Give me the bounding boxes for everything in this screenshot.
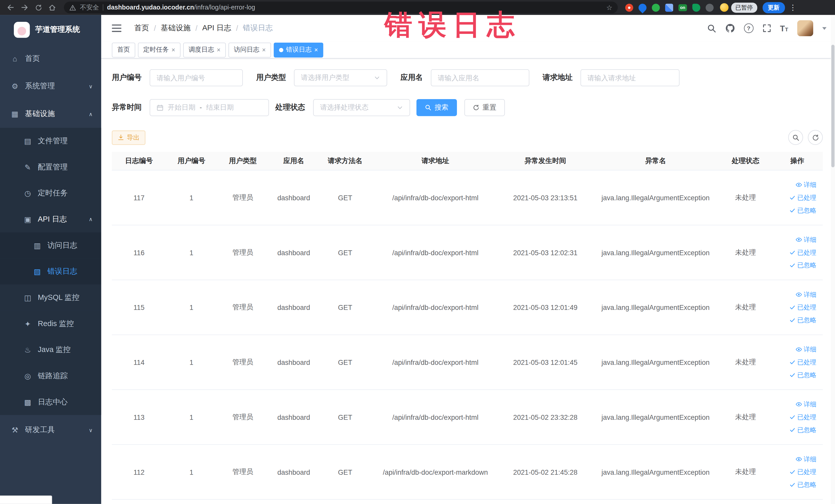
close-icon[interactable]: ×: [262, 46, 266, 54]
ignored-link[interactable]: 已忽略: [789, 314, 816, 326]
font-size-icon[interactable]: TT: [780, 24, 788, 32]
app-name-input[interactable]: [431, 69, 529, 86]
chevron-down-icon: [397, 104, 403, 111]
sidebar-item-config-management[interactable]: ✎ 配置管理: [0, 154, 101, 180]
date-range-picker[interactable]: 开始日期 - 结束日期: [150, 99, 269, 116]
column-header: 异常发生时间: [499, 156, 592, 166]
forward-button[interactable]: [18, 1, 31, 14]
page-scrollbar[interactable]: [831, 15, 835, 504]
ignored-link[interactable]: 已忽略: [789, 369, 816, 381]
export-button[interactable]: 导出: [112, 130, 145, 144]
extension-icon[interactable]: [692, 3, 700, 11]
sidebar-item-mysql-monitor[interactable]: ◫ MySQL 监控: [0, 284, 101, 311]
extension-icon[interactable]: [625, 3, 633, 11]
tab-scheduled-tasks[interactable]: 定时任务×: [138, 42, 180, 57]
browser-menu-icon[interactable]: ⋮: [789, 3, 796, 12]
extension-puzzle-icon[interactable]: [706, 3, 714, 11]
sidebar-item-dev-tools[interactable]: ⚒ 研发工具 ∨: [0, 416, 101, 444]
breadcrumb-home[interactable]: 首页: [134, 23, 149, 33]
detail-link[interactable]: 详细: [796, 179, 816, 191]
sidebar-item-scheduled-tasks[interactable]: ◷ 定时任务: [0, 180, 101, 206]
extension-icon[interactable]: [637, 2, 648, 13]
breadcrumb-api-log[interactable]: API 日志: [202, 23, 231, 33]
sidebar-item-redis-monitor[interactable]: ✦ Redis 监控: [0, 311, 101, 337]
refresh-button[interactable]: [808, 130, 823, 145]
help-icon[interactable]: ?: [744, 23, 753, 33]
eye-icon: [796, 401, 802, 407]
sidebar-item-access-log[interactable]: ▥ 访问日志: [0, 233, 101, 259]
hamburger-icon[interactable]: [112, 24, 121, 32]
sidebar-item-system-management[interactable]: ⚙ 系统管理 ∨: [0, 73, 101, 100]
ignored-link[interactable]: 已忽略: [789, 205, 816, 217]
detail-link[interactable]: 详细: [796, 344, 816, 355]
search-icon[interactable]: [707, 24, 716, 33]
ignored-link[interactable]: 已忽略: [789, 259, 816, 271]
tab-error-log[interactable]: 错误日志×: [273, 42, 323, 57]
ignored-link[interactable]: 已忽略: [789, 479, 816, 491]
search-button[interactable]: 搜索: [416, 99, 457, 116]
sidebar-item-log-center[interactable]: ▩ 日志中心: [0, 389, 101, 415]
detail-link[interactable]: 详细: [796, 399, 816, 410]
breadcrumb-current: 错误日志: [243, 23, 272, 33]
link-preview-bubble: [0, 495, 52, 504]
bookmark-star-icon[interactable]: ☆: [606, 3, 612, 11]
tab-access-log[interactable]: 访问日志×: [228, 42, 271, 57]
eye-icon: [796, 456, 802, 462]
user-id-input[interactable]: [150, 69, 243, 86]
detail-link[interactable]: 详细: [796, 288, 816, 300]
avatar[interactable]: [797, 20, 813, 36]
extension-icon[interactable]: [665, 3, 673, 11]
request-url-input[interactable]: [581, 69, 679, 86]
app-title: 芋道管理系统: [35, 25, 80, 35]
processed-link[interactable]: 已处理: [789, 247, 816, 259]
column-header: 请求方法名: [319, 156, 372, 166]
column-header: 操作: [772, 156, 823, 166]
browser-home-button[interactable]: [46, 1, 59, 14]
ignored-link[interactable]: 已忽略: [789, 424, 816, 436]
process-status-select[interactable]: 请选择处理状态: [313, 99, 410, 116]
timer-icon: ◷: [23, 189, 32, 197]
detail-link[interactable]: 详细: [796, 453, 816, 465]
processed-link[interactable]: 已处理: [789, 356, 816, 368]
user-type-select[interactable]: 请选择用户类型: [294, 69, 387, 86]
profile-chip[interactable]: 已暂停: [720, 2, 757, 12]
sidebar-item-home[interactable]: ⌂ 首页: [0, 45, 101, 73]
chrome-update-button[interactable]: 更新: [762, 2, 785, 13]
sidebar-item-file-management[interactable]: ▤ 文件管理: [0, 128, 101, 154]
sidebar-item-error-log[interactable]: ▧ 错误日志: [0, 258, 101, 284]
tab-dispatch-log[interactable]: 调度日志×: [183, 42, 226, 57]
header-actions: ? TT: [707, 20, 827, 36]
breadcrumb-infrastructure[interactable]: 基础设施: [161, 23, 190, 33]
processed-link[interactable]: 已处理: [789, 301, 816, 313]
reset-button[interactable]: 重置: [464, 99, 505, 116]
sidebar-item-link-tracing[interactable]: ◎ 链路追踪: [0, 363, 101, 389]
reload-button[interactable]: [32, 1, 45, 14]
column-header: 用户类型: [217, 156, 269, 166]
processed-link[interactable]: 已处理: [789, 466, 816, 478]
address-bar[interactable]: 不安全 dashboard.yudao.iocoder.cn/infra/log…: [64, 2, 618, 13]
close-icon[interactable]: ×: [171, 46, 175, 54]
extension-icon[interactable]: [652, 3, 660, 11]
detail-link[interactable]: 详细: [796, 234, 816, 246]
toggle-search-button[interactable]: [788, 130, 803, 145]
caret-down-icon[interactable]: [822, 27, 827, 29]
processed-link[interactable]: 已处理: [789, 192, 816, 204]
profile-avatar-emoji-icon: [720, 3, 729, 12]
processed-link[interactable]: 已处理: [789, 411, 816, 423]
tab-home[interactable]: 首页: [112, 42, 135, 57]
check-icon: [789, 359, 796, 365]
github-icon[interactable]: [725, 23, 735, 33]
sidebar-item-api-log[interactable]: ▣ API 日志 ∧: [0, 206, 101, 233]
extension-on-badge-icon[interactable]: on: [678, 4, 687, 11]
eye-icon: [796, 291, 802, 298]
close-icon[interactable]: ×: [314, 46, 318, 54]
back-button[interactable]: [4, 1, 17, 14]
fullscreen-icon[interactable]: [762, 24, 771, 32]
close-icon[interactable]: ×: [217, 46, 221, 54]
sidebar-item-java-monitor[interactable]: ♨ Java 监控: [0, 337, 101, 363]
eye-icon: [796, 237, 802, 243]
scrollbar-thumb[interactable]: [831, 45, 834, 167]
gear-icon: ⚙: [11, 82, 19, 90]
sidebar-item-infrastructure[interactable]: ▦ 基础设施 ∧: [0, 100, 101, 128]
app-logo[interactable]: 芋道管理系统: [0, 15, 101, 45]
